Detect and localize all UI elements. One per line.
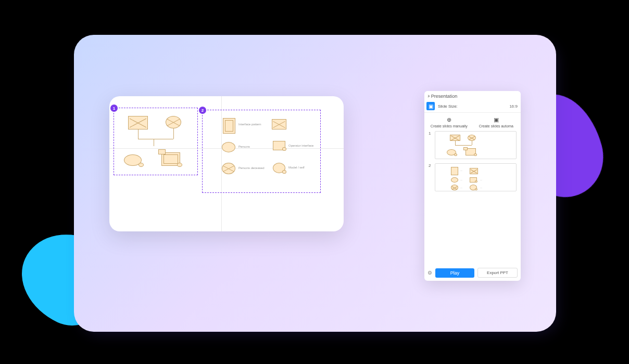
shape-small-dot-2 — [177, 163, 182, 167]
shape-small-dot-1 — [139, 163, 144, 167]
app-window: 1 2 Interface pattern Persons Operator i… — [78, 39, 552, 328]
selection-1[interactable]: 1 — [114, 108, 198, 175]
slide-number-1: 1 — [429, 131, 433, 159]
shape-model-dot — [282, 170, 286, 174]
slide-size-value[interactable]: 16:9 — [509, 104, 518, 109]
selection-badge-2: 2 — [199, 107, 206, 114]
shape-interface-pattern[interactable] — [223, 118, 235, 134]
panel-title: Presentation — [431, 94, 458, 99]
auto-slides-icon: ▣ — [493, 116, 500, 123]
shape-persons[interactable] — [222, 142, 235, 152]
slide-number-2: 2 — [429, 163, 433, 191]
selection-badge-1: 1 — [110, 105, 118, 112]
label-interface-pattern: Interface pattern — [238, 123, 261, 126]
panel-collapse-icon[interactable]: ›› — [427, 93, 429, 99]
label-model-self: Model / self — [288, 166, 305, 169]
selection-2[interactable]: 2 — [202, 110, 321, 193]
label-persons: Persons — [238, 145, 250, 148]
label-persons-deceased: Persons deceased — [238, 166, 265, 170]
shape-envelope-1[interactable] — [128, 116, 148, 129]
create-slides-automatically[interactable]: ▣ Create slides automa — [474, 116, 519, 128]
presentation-icon[interactable]: ▣ — [426, 102, 435, 110]
slide-thumbnail-1[interactable] — [435, 131, 517, 159]
settings-icon[interactable]: ⚙ — [427, 270, 432, 276]
plus-circle-icon: ⊕ — [445, 116, 452, 123]
slides-list: 1 2 — [424, 131, 521, 265]
label-operator-interface: Operator interface — [288, 144, 313, 147]
export-ppt-button[interactable]: Export PPT — [477, 268, 518, 278]
slide-size-label: Slide Size: — [438, 104, 458, 109]
shape-op-dot — [282, 147, 286, 151]
shape-envelope-2[interactable] — [272, 119, 286, 129]
play-button[interactable]: Play — [435, 268, 474, 278]
shape-persons-deceased[interactable] — [222, 163, 235, 174]
shape-ellipse-crossed-1[interactable] — [166, 116, 181, 128]
presentation-panel: ›› Presentation ▣ Slide Size: 16:9 ⊕ Cre… — [424, 91, 521, 281]
slide-thumbnail-2[interactable]: — — — — — — [435, 163, 517, 191]
diagram-canvas[interactable]: 1 2 Interface pattern Persons Operator i… — [109, 96, 344, 231]
shape-device-tab-1 — [158, 149, 166, 154]
create-slides-manually[interactable]: ⊕ Create slides manually — [426, 116, 472, 128]
